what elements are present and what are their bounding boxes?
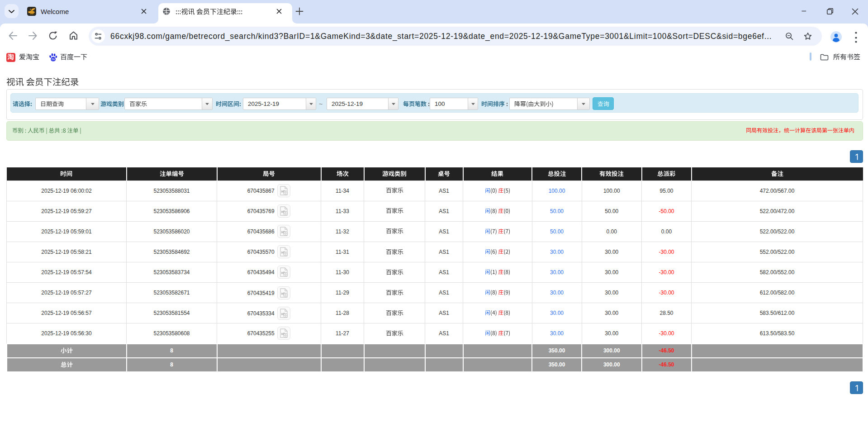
svg-text:du: du — [52, 57, 55, 61]
